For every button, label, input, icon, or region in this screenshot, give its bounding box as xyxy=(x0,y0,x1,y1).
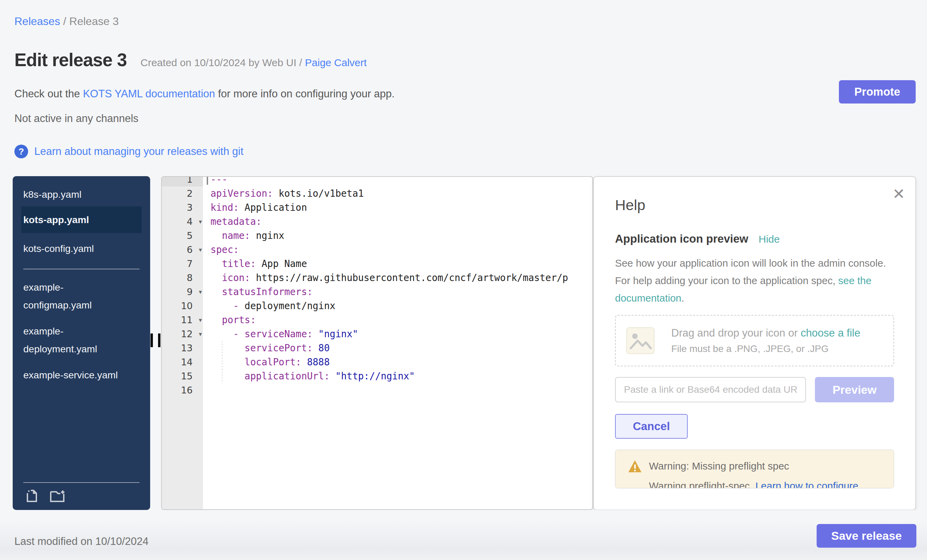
line-number: 4▾ xyxy=(162,214,203,229)
code-text: - serviceName: "nginx" xyxy=(203,327,593,341)
help-panel: ✕ Help Application icon preview Hide See… xyxy=(593,176,916,510)
fold-arrow-icon[interactable]: ▾ xyxy=(199,214,202,229)
line-number: 5 xyxy=(162,229,203,243)
file-tree-item[interactable]: example-configmap.yaml xyxy=(21,278,130,314)
code-text: title: App Name xyxy=(203,257,593,271)
code-line[interactable]: 13 servicePort: 80 xyxy=(162,341,593,355)
code-line[interactable]: 16 xyxy=(162,383,593,397)
code-text: icon: https://raw.githubusercontent.com/… xyxy=(203,271,593,285)
breadcrumb-releases-link[interactable]: Releases xyxy=(14,15,60,27)
cancel-button[interactable]: Cancel xyxy=(615,414,688,439)
line-number: 11▾ xyxy=(162,313,203,327)
line-number: 2 xyxy=(162,187,203,200)
line-number: 15 xyxy=(162,369,203,383)
code-text: kind: Application xyxy=(203,200,593,214)
save-release-button[interactable]: Save release xyxy=(817,524,916,548)
code-line[interactable]: 4▾metadata: xyxy=(162,214,593,229)
icon-preview-title: Application icon preview xyxy=(615,232,748,245)
release-editor-page: Releases / Release 3 Edit release 3 Crea… xyxy=(0,0,927,560)
code-line[interactable]: 2apiVersion: kots.io/v1beta1 xyxy=(162,187,593,200)
yaml-editor[interactable]: 1---2apiVersion: kots.io/v1beta13kind: A… xyxy=(161,176,593,510)
icon-url-input[interactable] xyxy=(615,377,806,402)
git-releases-link[interactable]: Learn about managing your releases with … xyxy=(34,145,243,158)
channel-status: Not active in any channels xyxy=(14,112,138,125)
code-text: servicePort: 80 xyxy=(203,341,593,355)
page-title: Edit release 3 xyxy=(14,49,127,70)
footer-background xyxy=(0,510,927,560)
fold-arrow-icon[interactable]: ▾ xyxy=(199,313,202,327)
close-icon[interactable]: ✕ xyxy=(892,185,905,203)
line-number: 10 xyxy=(162,299,203,313)
file-tree-actions xyxy=(21,482,141,504)
last-modified-text: Last modified on 10/10/2024 xyxy=(14,535,149,548)
question-circle-icon: ? xyxy=(14,145,28,158)
git-help-row: ? Learn about managing your releases wit… xyxy=(14,145,243,158)
code-line[interactable]: 3kind: Application xyxy=(162,200,593,214)
file-tree-item[interactable]: kots-config.yaml xyxy=(21,240,130,257)
code-text: metadata: xyxy=(203,214,593,229)
fold-arrow-icon[interactable]: ▾ xyxy=(199,243,202,257)
line-number: 13 xyxy=(162,341,203,355)
warning-title: Warning: Missing preflight spec xyxy=(649,460,789,472)
hide-link[interactable]: Hide xyxy=(759,234,780,245)
new-folder-button[interactable] xyxy=(49,488,67,504)
doc-note: Check out the KOTS YAML documentation fo… xyxy=(14,88,395,100)
code-text: applicationUrl: "http://nginx" xyxy=(203,369,593,383)
tree-divider xyxy=(23,482,140,483)
code-line[interactable]: 12▾ - serviceName: "nginx" xyxy=(162,327,593,341)
preflight-warning: Warning: Missing preflight spec Warning … xyxy=(615,450,894,489)
file-tree-item[interactable]: example-deployment.yaml xyxy=(21,322,130,358)
line-number: 1 xyxy=(162,176,203,187)
code-text: name: nginx xyxy=(203,229,593,243)
preview-button[interactable]: Preview xyxy=(815,377,894,402)
kots-yaml-doc-link[interactable]: KOTS YAML documentation xyxy=(83,88,215,100)
sidebar-resize-handle[interactable] xyxy=(150,334,160,347)
code-line[interactable]: 14 localPort: 8888 xyxy=(162,355,593,369)
file-tree-item[interactable]: k8s-app.yaml xyxy=(21,186,130,203)
code-line[interactable]: 10 - deployment/nginx xyxy=(162,299,593,313)
code-line[interactable]: 8 icon: https://raw.githubusercontent.co… xyxy=(162,271,593,285)
author-link[interactable]: Paige Calvert xyxy=(305,57,367,68)
line-number: 14 xyxy=(162,355,203,369)
code-line[interactable]: 5 name: nginx xyxy=(162,229,593,243)
breadcrumb-current: Release 3 xyxy=(69,15,119,27)
code-line[interactable]: 1--- xyxy=(162,176,593,187)
code-line[interactable]: 7 title: App Name xyxy=(162,257,593,271)
warning-detail: Warning preflight-spec. Learn how to con… xyxy=(649,480,859,489)
promote-button[interactable]: Promote xyxy=(839,80,916,103)
text-cursor xyxy=(207,176,208,185)
file-tree: k8s-app.yamlkots-app.yamlkots-config.yam… xyxy=(13,176,150,510)
line-number: 16 xyxy=(162,383,203,397)
code-line[interactable]: 11▾ ports: xyxy=(162,313,593,327)
line-number: 3 xyxy=(162,200,203,214)
image-placeholder-icon xyxy=(626,327,655,354)
code-text: ports: xyxy=(203,313,593,327)
code-text: apiVersion: kots.io/v1beta1 xyxy=(203,187,593,200)
fold-arrow-icon[interactable]: ▾ xyxy=(199,327,202,341)
code-line[interactable]: 9▾ statusInformers: xyxy=(162,285,593,299)
breadcrumb: Releases / Release 3 xyxy=(14,15,119,28)
new-file-button[interactable] xyxy=(24,488,40,504)
line-number: 6▾ xyxy=(162,243,203,257)
code-text: --- xyxy=(203,176,593,187)
code-line[interactable]: 15 applicationUrl: "http://nginx" xyxy=(162,369,593,383)
choose-file-link[interactable]: choose a file xyxy=(801,327,860,339)
file-tree-item[interactable]: kots-app.yaml xyxy=(21,206,141,233)
help-title: Help xyxy=(615,197,645,214)
new-folder-icon xyxy=(49,488,67,504)
dropzone-filetypes: File must be a .PNG, .JPEG, or .JPG xyxy=(671,343,860,354)
tree-divider xyxy=(23,269,140,269)
line-number: 9▾ xyxy=(162,285,203,299)
code-line[interactable]: 6▾spec: xyxy=(162,243,593,257)
line-number: 8 xyxy=(162,271,203,285)
warning-triangle-icon xyxy=(628,460,642,473)
line-number: 12▾ xyxy=(162,327,203,341)
fold-arrow-icon[interactable]: ▾ xyxy=(199,285,202,299)
learn-configure-link[interactable]: Learn how to configure xyxy=(755,480,858,489)
icon-dropzone[interactable]: Drag and drop your icon or choose a file… xyxy=(615,315,894,366)
file-tree-item[interactable]: example-service.yaml xyxy=(21,366,130,384)
code-text: spec: xyxy=(203,243,593,257)
created-info: Created on 10/10/2024 by Web UI / Paige … xyxy=(141,57,367,68)
code-text xyxy=(203,383,593,397)
line-number: 7 xyxy=(162,257,203,271)
